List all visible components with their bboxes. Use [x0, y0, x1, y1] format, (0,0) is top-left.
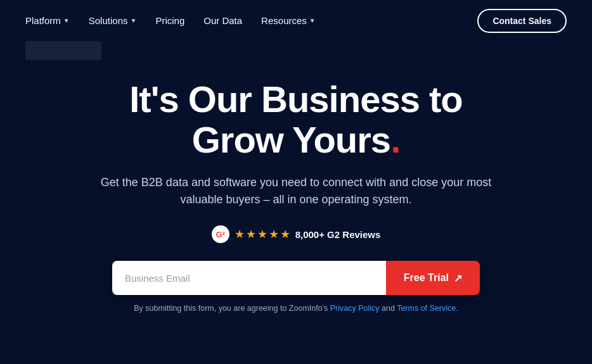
privacy-policy-link[interactable]: Privacy Policy: [330, 304, 380, 313]
nav-our-data[interactable]: Our Data: [203, 15, 242, 26]
g2-logo: G²: [212, 225, 229, 243]
star-2: ★: [246, 227, 256, 241]
nav-links: Platform ▼ Solutions ▼ Pricing Our Data …: [25, 15, 316, 26]
chevron-down-icon: ▼: [63, 17, 70, 24]
review-count: 8,000+ G2 Reviews: [295, 229, 381, 240]
nav-solutions[interactable]: Solutions ▼: [89, 15, 137, 26]
nav-resources[interactable]: Resources ▼: [261, 15, 316, 26]
hero-subtitle: Get the B2B data and software you need t…: [93, 174, 499, 210]
star-3: ★: [257, 227, 267, 241]
star-rating: ★ ★ ★ ★ ★: [235, 227, 290, 241]
star-4: ★: [269, 227, 279, 241]
email-form: Free Trial ↗: [112, 261, 480, 295]
nav-right: Contact Sales: [477, 9, 567, 33]
star-half: ★: [280, 227, 290, 241]
nav-platform[interactable]: Platform ▼: [25, 15, 70, 26]
hero-dot: .: [390, 119, 400, 160]
terms-of-service-link[interactable]: Terms of Service: [397, 304, 456, 313]
hero-title: It's Our Business to Grow Yours.: [129, 79, 463, 160]
disclaimer-text: By submitting this form, you are agreein…: [134, 304, 458, 313]
free-trial-button[interactable]: Free Trial ↗: [386, 261, 480, 295]
arrow-icon: ↗: [454, 272, 462, 284]
star-1: ★: [235, 227, 245, 241]
navbar: Platform ▼ Solutions ▼ Pricing Our Data …: [0, 0, 592, 41]
g2-reviews-row: G² ★ ★ ★ ★ ★ 8,000+ G2 Reviews: [212, 225, 381, 243]
email-input[interactable]: [112, 261, 386, 295]
nav-pricing[interactable]: Pricing: [155, 15, 184, 26]
search-bar: [25, 41, 101, 60]
contact-sales-button[interactable]: Contact Sales: [477, 9, 567, 33]
chevron-down-icon: ▼: [309, 17, 316, 24]
hero-section: It's Our Business to Grow Yours. Get the…: [0, 60, 592, 313]
chevron-down-icon: ▼: [130, 17, 136, 24]
